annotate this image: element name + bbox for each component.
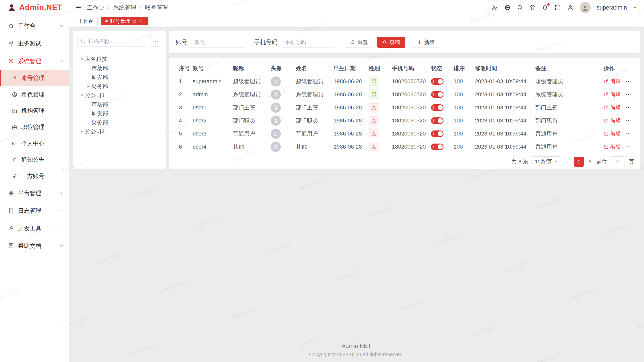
- edit-icon: [604, 92, 609, 97]
- logo-text: Admin.NET: [19, 3, 62, 12]
- table-row: 3user1部门主管部部门主管1986-06-28女18020030720100…: [175, 101, 634, 114]
- tree-node[interactable]: ▸财务部: [77, 82, 161, 91]
- footer-copyright: Copyright © 2022 Dilon All rights reserv…: [73, 352, 640, 357]
- next-page-button[interactable]: [587, 159, 593, 164]
- sidebar-subitem[interactable]: 通知公告: [0, 152, 69, 168]
- cell-no: 5: [175, 127, 189, 140]
- sidebar-item[interactable]: 帮助文档: [0, 237, 69, 255]
- username[interactable]: superadmin: [597, 4, 627, 11]
- cell-name: 部门职员: [292, 114, 330, 127]
- status-toggle[interactable]: [431, 78, 444, 85]
- search-icon[interactable]: [517, 4, 523, 11]
- status-toggle[interactable]: [431, 130, 444, 137]
- tree-node[interactable]: 财务部: [77, 118, 161, 127]
- tree-node[interactable]: ▾大名科技: [77, 55, 161, 64]
- status-toggle[interactable]: [431, 104, 444, 111]
- prev-page-button[interactable]: [565, 159, 570, 164]
- add-button[interactable]: 新增: [412, 37, 440, 48]
- cell-sort: 100: [450, 127, 471, 140]
- status-toggle[interactable]: [431, 117, 444, 124]
- sidebar-item[interactable]: 业务测试: [0, 35, 69, 52]
- sidebar-item[interactable]: 平台管理: [0, 184, 69, 202]
- user-menu-caret-icon[interactable]: [633, 5, 637, 10]
- tab[interactable]: 账号管理: [101, 17, 148, 25]
- cell-birthdate: 1986-06-28: [330, 114, 365, 127]
- row-more-icon[interactable]: [626, 131, 631, 137]
- query-button[interactable]: 查询: [377, 37, 405, 48]
- cell-status: [427, 101, 450, 114]
- tree-node[interactable]: ▾分公司1: [77, 91, 161, 100]
- row-avatar: 超: [271, 76, 281, 86]
- footer-title: Admin.NET: [73, 343, 640, 349]
- tree-node[interactable]: 市场部: [77, 64, 161, 73]
- current-page[interactable]: 1: [574, 157, 584, 167]
- row-more-icon[interactable]: [626, 79, 631, 84]
- status-toggle[interactable]: [431, 91, 444, 98]
- hamburger-icon[interactable]: [75, 4, 82, 11]
- search-icon: [382, 40, 387, 44]
- cell-account: superadmin: [189, 75, 229, 88]
- tree-caret-icon[interactable]: ▸: [79, 129, 85, 134]
- sidebar-subitem[interactable]: 角色管理: [0, 86, 69, 103]
- cell-no: 4: [175, 114, 189, 127]
- cell-modified: 2023-01-03 10:59:44: [471, 75, 532, 88]
- chevron-up-icon: [59, 59, 64, 63]
- tree-caret-icon[interactable]: ▸: [86, 83, 92, 89]
- sidebar-item[interactable]: 日志管理: [0, 202, 69, 219]
- phone-input[interactable]: [281, 37, 334, 48]
- notification-bell-icon[interactable]: [542, 4, 548, 11]
- status-toggle[interactable]: [431, 144, 444, 150]
- sidebar-item[interactable]: 开发工具: [0, 219, 69, 237]
- tree-more-button[interactable]: [150, 36, 161, 47]
- tree-node[interactable]: ▸分公司2: [77, 127, 161, 136]
- tree-node[interactable]: 研发部: [77, 109, 161, 118]
- sidebar-subitem[interactable]: 三方账号: [0, 168, 69, 184]
- tree-node[interactable]: 市场部: [77, 100, 161, 109]
- user-avatar[interactable]: [580, 2, 591, 13]
- theme-icon[interactable]: [529, 4, 536, 11]
- row-more-icon[interactable]: [626, 118, 631, 123]
- edit-label: 编辑: [611, 130, 621, 137]
- tab-close-icon[interactable]: [139, 19, 143, 23]
- row-more-icon[interactable]: [626, 105, 631, 110]
- edit-button[interactable]: 编辑: [604, 78, 621, 85]
- breadcrumb-item[interactable]: 工作台: [87, 4, 104, 12]
- sidebar-subitem-label: 个人中心: [21, 140, 45, 147]
- bell-icon: [12, 157, 17, 163]
- tab-refresh-icon[interactable]: [133, 19, 137, 23]
- tab[interactable]: 工作台: [74, 17, 98, 25]
- user-settings-icon[interactable]: [567, 4, 574, 11]
- edit-button[interactable]: 编辑: [604, 130, 621, 137]
- account-label: 账号: [176, 38, 187, 46]
- font-size-icon[interactable]: [492, 4, 498, 11]
- cell-birthdate: 1986-06-28: [330, 101, 365, 114]
- content-row: ▾大名科技市场部研发部▸财务部▾分公司1市场部研发部财务部▸分公司2 账号 手机…: [73, 31, 640, 169]
- language-icon[interactable]: [504, 4, 511, 11]
- sidebar-subitem[interactable]: 职位管理: [0, 119, 69, 135]
- tree-node[interactable]: 研发部: [77, 73, 161, 82]
- cell-sort: 100: [450, 75, 471, 88]
- sidebar-subitem[interactable]: 机构管理: [0, 103, 69, 119]
- cell-sort: 100: [450, 101, 471, 114]
- breadcrumb-item[interactable]: 账号管理: [145, 4, 168, 12]
- row-more-icon[interactable]: [626, 144, 631, 150]
- logo[interactable]: Admin.NET: [0, 0, 69, 15]
- breadcrumb-item[interactable]: 系统管理: [113, 4, 136, 12]
- account-input[interactable]: [191, 37, 244, 48]
- tree-caret-icon[interactable]: ▾: [79, 93, 85, 98]
- edit-button[interactable]: 编辑: [604, 143, 621, 150]
- edit-button[interactable]: 编辑: [604, 117, 621, 124]
- edit-button[interactable]: 编辑: [604, 104, 621, 111]
- fullscreen-icon[interactable]: [554, 4, 561, 11]
- tree-caret-icon[interactable]: ▾: [79, 56, 85, 62]
- row-more-icon[interactable]: [626, 92, 631, 97]
- sidebar-subitem[interactable]: 账号管理: [0, 70, 69, 86]
- edit-button[interactable]: 编辑: [604, 91, 621, 98]
- reset-button[interactable]: 重置: [345, 37, 373, 48]
- sidebar-item[interactable]: 系统管理: [0, 52, 69, 70]
- org-search-input[interactable]: [77, 36, 147, 47]
- goto-page-input[interactable]: [611, 156, 625, 167]
- sidebar-subitem[interactable]: 个人中心: [0, 135, 69, 152]
- page-size-select[interactable]: 10条/页: [532, 156, 561, 167]
- sidebar-item[interactable]: 工作台: [0, 17, 69, 35]
